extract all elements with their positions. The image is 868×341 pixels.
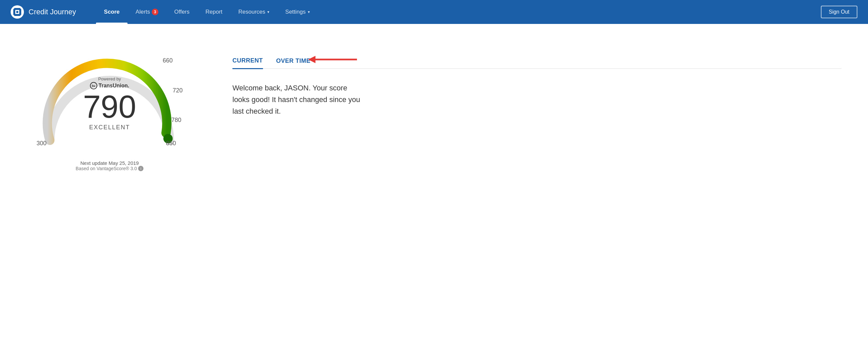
svg-marker-5 [308,56,315,63]
nav-link-resources[interactable]: Resources ▾ [230,0,277,24]
nav-link-settings[interactable]: Settings ▾ [277,0,317,24]
nav-link-offers[interactable]: Offers [166,0,197,24]
nav-link-report[interactable]: Report [197,0,230,24]
scale-label-850: 850 [166,140,176,147]
main-content: 300 660 720 780 850 Powered by tu TransU… [0,24,868,341]
scale-label-300: 300 [36,140,46,147]
gauge-container: 300 660 720 780 850 Powered by tu TransU… [33,44,186,157]
alerts-badge: 3 [152,9,158,15]
score-detail-section: CURRENT OVER TIME Welcome back, JASON. Y… [232,44,841,117]
scale-label-780: 780 [171,117,181,124]
transunion-circle-icon: tu [90,82,97,89]
gauge-center-content: Powered by tu TransUnion. 790 EXCELLENT [83,77,136,131]
arrow-indicator [306,51,359,68]
nav-link-alerts[interactable]: Alerts 3 [127,0,166,24]
sign-out-button[interactable]: Sign Out [821,6,857,18]
score-rating: EXCELLENT [83,124,136,131]
nav-right: Sign Out [821,6,857,18]
scale-label-720: 720 [173,87,183,94]
gauge-section: 300 660 720 780 850 Powered by tu TransU… [27,44,193,171]
transunion-brand: tu TransUnion. [83,82,136,89]
tab-current[interactable]: CURRENT [232,57,263,69]
nav-links: Score Alerts 3 Offers Report Resources ▾… [96,0,821,24]
transunion-name: TransUnion. [99,83,129,89]
navigation: Credit Journey Score Alerts 3 Offers Rep… [0,0,868,24]
svg-rect-2 [16,11,18,13]
nav-link-score[interactable]: Score [96,0,127,24]
update-info: Next update May 25, 2019 Based on Vantag… [76,160,144,171]
welcome-message: Welcome back, JASON. Your score looks go… [232,82,365,117]
score-tabs: CURRENT OVER TIME [232,57,841,69]
info-icon[interactable]: i [138,166,144,171]
next-update-text: Next update May 25, 2019 [76,160,144,166]
powered-by-text: Powered by [83,77,136,81]
red-arrow-svg [306,51,359,68]
app-logo: Credit Journey [11,5,76,19]
settings-chevron-icon: ▾ [308,10,310,14]
credit-score: 790 [83,91,136,123]
app-title: Credit Journey [29,8,76,16]
chase-logo-icon [11,5,24,19]
resources-chevron-icon: ▾ [267,10,269,14]
scale-label-660: 660 [163,57,173,64]
chase-octagon-icon [12,7,22,17]
vantage-score-text: Based on VantageScore® 3.0 i [76,166,144,171]
